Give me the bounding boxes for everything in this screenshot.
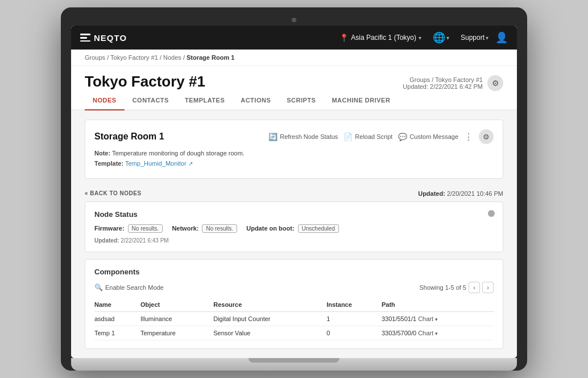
breadcrumb-factory[interactable]: Tokyo Factory #1 xyxy=(110,54,158,61)
chart-link[interactable]: Chart ▾ xyxy=(418,330,438,336)
refresh-icon: 🔄 xyxy=(268,133,278,141)
message-icon: 💬 xyxy=(398,133,407,141)
top-navigation: NEQTO 📍 Asia Pacific 1 (Tokyo) ▾ 🌐 ▾ Sup… xyxy=(71,26,517,50)
updated-value: 2/20/2021 10:46 PM xyxy=(447,190,503,197)
cell-instance: 0 xyxy=(326,326,382,340)
search-mode-label: Enable Search Mode xyxy=(105,284,164,291)
col-path: Path xyxy=(382,299,494,312)
reload-icon: 📄 xyxy=(343,133,353,141)
tab-scripts[interactable]: SCRIPTS xyxy=(279,91,324,110)
chevron-down-icon: ▾ xyxy=(419,35,421,41)
region-selector[interactable]: 📍 Asia Pacific 1 (Tokyo) ▾ xyxy=(339,34,421,42)
cell-resource: Sensor Value xyxy=(213,326,326,340)
tab-templates[interactable]: TEMPLATES xyxy=(177,91,233,110)
enable-search-mode-button[interactable]: 🔍 Enable Search Mode xyxy=(94,284,164,291)
logo-icon xyxy=(80,34,90,42)
search-icon: 🔍 xyxy=(94,284,103,291)
refresh-label: Refresh Node Status xyxy=(280,133,338,140)
node-updated-text: Updated: 2/20/2021 10:46 PM xyxy=(418,190,503,197)
node-actions: 🔄 Refresh Node Status 📄 Reload Script 💬 … xyxy=(268,129,494,144)
pagination: Showing 1-5 of 5 ‹ › xyxy=(419,282,494,293)
page-header: Tokyo Factory #1 Groups / Tokyo Factory … xyxy=(71,66,517,91)
node-name: Storage Room 1 xyxy=(94,132,164,142)
node-status-card: Node Status Firmware: No results. Networ… xyxy=(85,202,503,252)
note-label: Note: xyxy=(94,150,110,157)
chart-link[interactable]: Chart ▾ xyxy=(418,315,438,322)
status-card-title: Node Status xyxy=(94,210,494,219)
tab-machine-driver[interactable]: MACHINE DRIVER xyxy=(324,91,398,110)
status-indicator xyxy=(488,210,495,217)
status-updated: Updated: 2/22/2021 6:43 PM xyxy=(94,237,494,244)
next-page-button[interactable]: › xyxy=(482,282,494,293)
back-to-nodes-link[interactable]: BACK TO NODES xyxy=(85,190,142,196)
components-title: Components xyxy=(94,268,494,276)
cell-name: asdsad xyxy=(94,311,140,326)
refresh-node-status-button[interactable]: 🔄 Refresh Node Status xyxy=(268,133,338,141)
cell-object: Temperature xyxy=(140,326,213,340)
more-options-icon[interactable]: ⋮ xyxy=(464,132,473,142)
header-sub-breadcrumb: Groups / Tokyo Factory #1 xyxy=(403,76,483,83)
components-card: Components 🔍 Enable Search Mode Showing … xyxy=(85,259,503,349)
custom-message-button[interactable]: 💬 Custom Message xyxy=(398,133,458,141)
template-label: Template: xyxy=(94,160,123,167)
region-label: Asia Pacific 1 (Tokyo) xyxy=(351,34,416,42)
note-text: Temperature monitoring of dough storage … xyxy=(112,150,245,157)
template-link[interactable]: Temp_Humid_Monitor xyxy=(125,160,187,167)
reload-script-button[interactable]: 📄 Reload Script xyxy=(343,133,392,141)
cell-path: 3301/5501/1 Chart ▾ xyxy=(382,311,494,326)
chevron-down-icon: ▾ xyxy=(446,35,449,41)
support-menu[interactable]: Support ▾ xyxy=(461,34,488,42)
boot-badge: Unscheduled xyxy=(298,224,339,233)
cell-path: 3303/5700/0 Chart ▾ xyxy=(382,326,494,340)
boot-label: Update on boot: xyxy=(246,225,294,232)
support-label: Support xyxy=(461,34,485,42)
logo: NEQTO xyxy=(80,33,127,43)
col-resource: Resource xyxy=(213,299,326,312)
breadcrumb: Groups / Tokyo Factory #1 / Nodes / Stor… xyxy=(71,50,517,66)
table-row: asdsad Illuminance Digital Input Counter… xyxy=(94,311,494,326)
chevron-down-icon: ▾ xyxy=(435,331,438,336)
custom-message-label: Custom Message xyxy=(409,133,458,140)
updated-label: Updated: xyxy=(418,190,445,197)
showing-count: Showing 1-5 of 5 xyxy=(419,284,466,291)
col-name: Name xyxy=(94,299,140,312)
node-settings-button[interactable]: ⚙ xyxy=(479,129,494,144)
user-icon: 👤 xyxy=(495,32,508,43)
firmware-label: Firmware: xyxy=(94,225,125,232)
prev-page-button[interactable]: ‹ xyxy=(469,282,480,293)
back-updated-row: BACK TO NODES Updated: 2/20/2021 10:46 P… xyxy=(85,186,503,202)
firmware-status: Firmware: No results. xyxy=(94,224,163,233)
status-updated-label: Updated: xyxy=(94,237,119,244)
globe-icon: 🌐 xyxy=(433,31,445,44)
logo-text: NEQTO xyxy=(94,33,127,43)
reload-label: Reload Script xyxy=(355,133,392,140)
col-object: Object xyxy=(140,299,213,312)
breadcrumb-nodes[interactable]: Nodes xyxy=(163,54,181,61)
tab-nodes[interactable]: NODES xyxy=(85,91,125,110)
main-content: Storage Room 1 🔄 Refresh Node Status 📄 R… xyxy=(71,110,517,358)
user-account-button[interactable]: 👤 xyxy=(495,31,508,44)
table-row: Temp 1 Temperature Sensor Value 0 3303/5… xyxy=(94,326,494,340)
cell-resource: Digital Input Counter xyxy=(213,311,326,326)
components-table: Name Object Resource Instance Path asdsa… xyxy=(94,299,494,340)
language-selector[interactable]: 🌐 ▾ xyxy=(428,31,454,44)
network-label: Network: xyxy=(172,225,198,232)
breadcrumb-current: Storage Room 1 xyxy=(187,54,234,61)
settings-button[interactable]: ⚙ xyxy=(487,75,503,91)
cell-object: Illuminance xyxy=(140,311,213,326)
breadcrumb-groups[interactable]: Groups xyxy=(85,54,105,61)
network-status: Network: No results. xyxy=(172,224,237,233)
tab-contacts[interactable]: CONTACTS xyxy=(125,91,177,110)
node-card-header: Storage Room 1 🔄 Refresh Node Status 📄 R… xyxy=(94,129,494,144)
tab-actions[interactable]: ACTIONS xyxy=(233,91,279,110)
chevron-down-icon: ▾ xyxy=(486,35,488,41)
external-link-icon[interactable]: ↗ xyxy=(188,161,193,167)
tabs-bar: NODES CONTACTS TEMPLATES ACTIONS SCRIPTS… xyxy=(71,91,517,110)
node-card: Storage Room 1 🔄 Refresh Node Status 📄 R… xyxy=(85,120,503,178)
boot-status: Update on boot: Unscheduled xyxy=(246,224,339,233)
firmware-badge: No results. xyxy=(128,224,163,233)
components-toolbar: 🔍 Enable Search Mode Showing 1-5 of 5 ‹ … xyxy=(94,282,494,293)
status-updated-value: 2/22/2021 6:43 PM xyxy=(121,237,169,244)
status-row: Firmware: No results. Network: No result… xyxy=(94,224,494,233)
chevron-down-icon: ▾ xyxy=(435,317,438,322)
